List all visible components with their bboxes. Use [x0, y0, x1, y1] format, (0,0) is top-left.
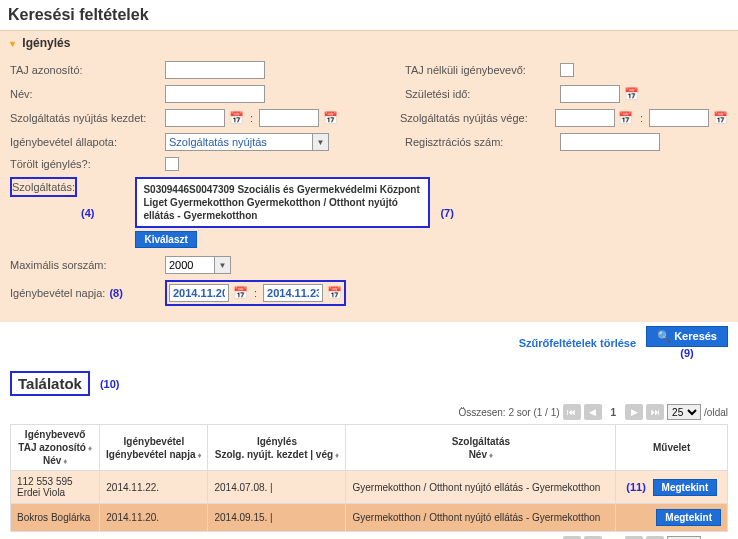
kivalaszt-button[interactable]: Kiválaszt: [135, 231, 196, 248]
sort-icon[interactable]: ♦: [198, 451, 202, 460]
annotation-7: (7): [440, 207, 453, 219]
taj-input[interactable]: [165, 61, 265, 79]
sort-icon[interactable]: ♦: [63, 457, 67, 466]
chevron-down-icon[interactable]: ▼: [215, 256, 231, 274]
per-page-select[interactable]: 25: [667, 404, 701, 420]
annotation-4: (4): [81, 207, 94, 219]
search-button[interactable]: 🔍 Keresés: [646, 326, 728, 347]
calendar-icon[interactable]: 📅: [712, 110, 728, 126]
szul-input[interactable]: [560, 85, 620, 103]
vege-from-input[interactable]: [555, 109, 615, 127]
label-taj-nelkul: TAJ nélküli igénybevevő:: [405, 64, 560, 76]
clear-filters-link[interactable]: Szűrőfeltételek törlése: [519, 337, 636, 349]
section-header[interactable]: ▾ Igénylés: [0, 30, 738, 55]
label-nyujtas-kezdet: Szolgáltatás nyújtás kezdet:: [10, 112, 165, 124]
search-icon: 🔍: [657, 330, 671, 342]
results-title: Találatok: [10, 371, 90, 396]
napja-to-input[interactable]: [263, 284, 323, 302]
view-button[interactable]: Megtekint: [653, 479, 718, 496]
calendar-icon[interactable]: 📅: [326, 285, 342, 301]
calendar-icon[interactable]: 📅: [618, 110, 634, 126]
vege-to-input[interactable]: [649, 109, 709, 127]
pager-bottom: Összesen: 2 sor (1 / 1) ⏮ ◀ 1 ▶ ⏭ 25 /ol…: [0, 532, 738, 539]
max-sorszam-input[interactable]: [165, 256, 215, 274]
last-page-icon[interactable]: ⏭: [646, 404, 664, 420]
table-row: Bokros Boglárka 2014.11.20. 2014.09.15. …: [11, 504, 728, 532]
label-max-sorszam: Maximális sorszám:: [10, 259, 165, 271]
th-szolgaltatas[interactable]: Szolgáltatás Név♦: [346, 425, 616, 471]
pager-top: Összesen: 2 sor (1 / 1) ⏮ ◀ 1 ▶ ⏭ 25 /ol…: [0, 400, 738, 424]
annotation-8: (8): [109, 287, 122, 299]
label-torolt: Törölt igénylés?:: [10, 158, 165, 170]
caret-down-icon: ▾: [10, 38, 15, 49]
per-page-label: /oldal: [704, 407, 728, 418]
results-table: Igénybevevő TAJ azonosító♦ Név♦ Igénybev…: [10, 424, 728, 532]
range-separator: :: [640, 112, 643, 124]
calendar-icon[interactable]: 📅: [228, 110, 244, 126]
pager-summary: Összesen: 2 sor (1 / 1): [458, 407, 559, 418]
label-nev: Név:: [10, 88, 165, 100]
annotation-9: (9): [680, 347, 693, 359]
prev-page-icon[interactable]: ◀: [584, 404, 602, 420]
first-page-icon[interactable]: ⏮: [563, 404, 581, 420]
napja-from-input[interactable]: [169, 284, 229, 302]
allapot-combo[interactable]: [165, 133, 313, 151]
szolgaltatas-value: S0309446S0047309 Szociális és Gyermekvéd…: [135, 177, 430, 228]
annotation-11: (11): [626, 481, 646, 493]
calendar-icon[interactable]: 📅: [232, 285, 248, 301]
range-separator: :: [254, 287, 257, 299]
next-page-icon[interactable]: ▶: [625, 404, 643, 420]
label-taj: TAJ azonosító:: [10, 64, 165, 76]
calendar-icon[interactable]: 📅: [623, 86, 639, 102]
label-szolgaltatas: Szolgáltatás:: [10, 177, 77, 197]
kezdet-from-input[interactable]: [165, 109, 225, 127]
taj-nelkul-checkbox[interactable]: [560, 63, 574, 77]
label-nyujtas-vege: Szolgáltatás nyújtás vége:: [400, 112, 555, 124]
page-title: Keresési feltételek: [0, 0, 738, 30]
label-igenybevetel-napja: Igénybevétel napja: (8): [10, 287, 165, 299]
kezdet-to-input[interactable]: [259, 109, 319, 127]
th-igenyles[interactable]: Igénylés Szolg. nyújt. kezdet | vég♦: [208, 425, 346, 471]
label-allapot: Igénybevétel állapota:: [10, 136, 165, 148]
view-button[interactable]: Megtekint: [656, 509, 721, 526]
th-igenybevetel[interactable]: Igénybevétel Igénybevétel napja♦: [100, 425, 208, 471]
regszam-input[interactable]: [560, 133, 660, 151]
th-muvelet: Művelet: [616, 425, 728, 471]
page-number: 1: [605, 407, 623, 418]
torolt-checkbox[interactable]: [165, 157, 179, 171]
sort-icon[interactable]: ♦: [489, 451, 493, 460]
search-form: TAJ azonosító: TAJ nélküli igénybevevő: …: [0, 55, 738, 322]
table-row: 112 553 595Erdei Viola 2014.11.22. 2014.…: [11, 471, 728, 504]
sort-icon[interactable]: ♦: [88, 444, 92, 453]
label-szul: Születési idő:: [405, 88, 560, 100]
section-title: Igénylés: [22, 36, 70, 50]
annotation-10: (10): [100, 378, 120, 390]
range-separator: :: [250, 112, 253, 124]
th-igenybevevo[interactable]: Igénybevevő TAJ azonosító♦ Név♦: [11, 425, 100, 471]
chevron-down-icon[interactable]: ▼: [313, 133, 329, 151]
sort-icon[interactable]: ♦: [335, 451, 339, 460]
label-regszam: Regisztrációs szám:: [405, 136, 560, 148]
calendar-icon[interactable]: 📅: [322, 110, 338, 126]
nev-input[interactable]: [165, 85, 265, 103]
